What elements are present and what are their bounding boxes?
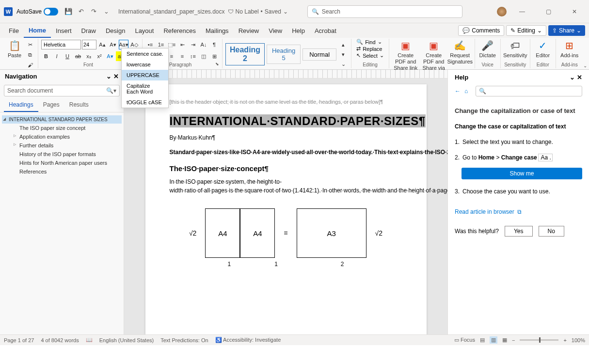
paste-button[interactable]: 📋 Paste (5, 40, 24, 59)
superscript-button[interactable]: x² (95, 51, 104, 61)
tab-design[interactable]: Design (101, 23, 130, 38)
nav-item-concept[interactable]: The ISO paper size concept (2, 124, 122, 132)
borders-button[interactable]: ⊞ (209, 51, 219, 61)
filename-label[interactable]: International_standard_paper_sizes.docx (118, 8, 224, 15)
status-page[interactable]: Page 1 of 27 (4, 337, 34, 343)
find-button[interactable]: 🔍Find⌄ (356, 39, 382, 45)
heading-concept[interactable]: The·ISO·paper·size·concept¶ (170, 164, 402, 173)
font-size-select[interactable] (82, 40, 96, 49)
nav-tab-headings[interactable]: Headings (4, 98, 38, 112)
document-title[interactable]: INTERNATIONAL·STANDARD·PAPER·SIZES¶ (170, 113, 402, 128)
byline[interactable]: By·Markus·Kuhn¶ (170, 134, 402, 141)
minimize-button[interactable]: — (511, 4, 533, 19)
nav-close-icon[interactable]: ✕ (113, 73, 119, 80)
helpful-no-button[interactable]: No (539, 226, 564, 237)
close-window-button[interactable]: ✕ (564, 4, 585, 19)
status-accessibility[interactable]: ♿ Accessibility: Investigate (215, 337, 281, 343)
status-language[interactable]: English (United States) (99, 337, 154, 343)
bold-button[interactable]: B (41, 51, 51, 61)
tab-references[interactable]: References (159, 23, 200, 38)
horizontal-ruler[interactable] (124, 70, 447, 79)
case-lowercase[interactable]: lowercase (122, 59, 168, 70)
shading-button[interactable]: ◫ (199, 51, 208, 61)
decrease-indent-button[interactable]: ⇤ (177, 40, 187, 49)
addins-button[interactable]: ⊞Add-ins (559, 40, 580, 59)
status-focus[interactable]: ▭ Focus (454, 337, 475, 343)
help-search-input[interactable]: 🔍 (476, 86, 582, 96)
sort-button[interactable]: A↓ (199, 40, 208, 49)
search-input[interactable]: 🔍 Search (307, 5, 462, 18)
nav-item-examples[interactable]: Application examples (2, 132, 122, 141)
comments-button[interactable]: 💬Comments (458, 25, 504, 36)
subscript-button[interactable]: x₂ (84, 51, 94, 61)
help-close-icon[interactable]: ✕ (577, 74, 582, 81)
status-predictions[interactable]: Text Predictions: On (160, 337, 208, 343)
case-toggle[interactable]: tOGGLE cASE (122, 97, 168, 108)
request-signatures-button[interactable]: ✍Request Signatures (448, 40, 472, 65)
zoom-slider[interactable] (520, 339, 558, 341)
zoom-in-button[interactable]: + (563, 337, 566, 343)
status-word-count[interactable]: 4 of 8042 words (41, 337, 79, 343)
help-back-icon[interactable]: ← (455, 88, 461, 95)
tab-review[interactable]: Review (234, 23, 264, 38)
body-paragraph[interactable]: In·the·ISO·paper·size·system,·the·height… (170, 177, 402, 195)
justify-button[interactable]: ≡ (177, 51, 187, 61)
strikethrough-button[interactable]: ab (73, 51, 83, 61)
italic-button[interactable]: I (52, 51, 62, 61)
autosave-toggle[interactable] (44, 8, 58, 16)
editing-mode-button[interactable]: ✎Editing⌄ (506, 25, 546, 36)
styles-more-button[interactable]: ⌄ (338, 59, 348, 69)
maximize-button[interactable]: ▢ (538, 4, 559, 19)
nav-tab-results[interactable]: Results (64, 98, 94, 112)
select-button[interactable]: ↖Select⌄ (356, 52, 384, 59)
tab-home[interactable]: Home (24, 23, 51, 38)
style-normal[interactable]: Normal (302, 48, 336, 61)
undo-icon[interactable]: ↶ (76, 6, 86, 17)
tab-layout[interactable]: Layout (130, 23, 159, 38)
zoom-level[interactable]: 100% (572, 337, 585, 343)
tab-help[interactable]: Help (287, 23, 310, 38)
font-name-select[interactable] (41, 40, 81, 49)
line-spacing-button[interactable]: ↕≡ (188, 51, 198, 61)
sensitivity-label[interactable]: 🛡 No Label • Saved ⌄ (228, 8, 288, 15)
pdf-share-link-button[interactable]: ▣Create PDF and Share link (392, 40, 419, 72)
qat-customize-icon[interactable]: ⌄ (101, 6, 111, 17)
show-me-button[interactable]: Show me (462, 168, 582, 179)
case-each-word[interactable]: Capitalize Each Word (122, 80, 168, 97)
tab-acrobat[interactable]: Acrobat (310, 23, 341, 38)
increase-indent-button[interactable]: ⇥ (188, 40, 198, 49)
tab-insert[interactable]: Insert (51, 23, 77, 38)
tab-view[interactable]: View (264, 23, 287, 38)
redo-icon[interactable]: ↷ (88, 6, 99, 17)
tab-draw[interactable]: Draw (77, 23, 101, 38)
nav-search-input[interactable]: Search document 🔍▾ (4, 85, 120, 96)
case-uppercase[interactable]: UPPERCASE (122, 70, 168, 80)
helpful-yes-button[interactable]: Yes (505, 226, 533, 237)
text-effects-button[interactable]: A▾ (105, 51, 115, 61)
document-scroll[interactable]: [this·is·the·header·object;·it·is·not·on… (124, 79, 447, 334)
zoom-out-button[interactable]: − (512, 337, 515, 343)
style-heading5[interactable]: Heading 5 (267, 45, 301, 64)
grow-font-button[interactable]: A▴ (97, 40, 107, 49)
cut-button[interactable]: ✂ (25, 40, 35, 49)
read-in-browser-link[interactable]: Read article in browser⧉ (455, 208, 582, 215)
sensitivity-button[interactable]: 🏷Sensitivity (504, 40, 527, 59)
nav-collapse-icon[interactable]: ⌄ (106, 73, 111, 80)
help-home-icon[interactable]: ⌂ (464, 88, 468, 95)
style-heading2[interactable]: Heading 2 (225, 43, 265, 65)
tab-file[interactable]: File (4, 23, 24, 38)
replace-button[interactable]: ⇄Replace (356, 46, 382, 52)
nav-item-references[interactable]: References (2, 167, 122, 176)
page[interactable]: [this·is·the·header·object;·it·is·not·on… (145, 84, 427, 334)
show-hide-button[interactable]: ¶ (209, 40, 219, 49)
editor-button[interactable]: ✓Editor (533, 40, 553, 59)
user-avatar[interactable] (497, 7, 507, 16)
save-icon[interactable]: 💾 (63, 6, 74, 17)
format-painter-button[interactable]: 🖌 (25, 60, 35, 70)
view-web-layout-icon[interactable]: ▦ (502, 337, 507, 343)
view-read-mode-icon[interactable]: ▤ (480, 337, 485, 343)
dictate-button[interactable]: 🎤Dictate (478, 40, 497, 59)
underline-button[interactable]: U (63, 51, 72, 61)
nav-item-hints[interactable]: Hints for North American paper users (2, 158, 122, 167)
styles-down-button[interactable]: ▾ (338, 49, 348, 59)
